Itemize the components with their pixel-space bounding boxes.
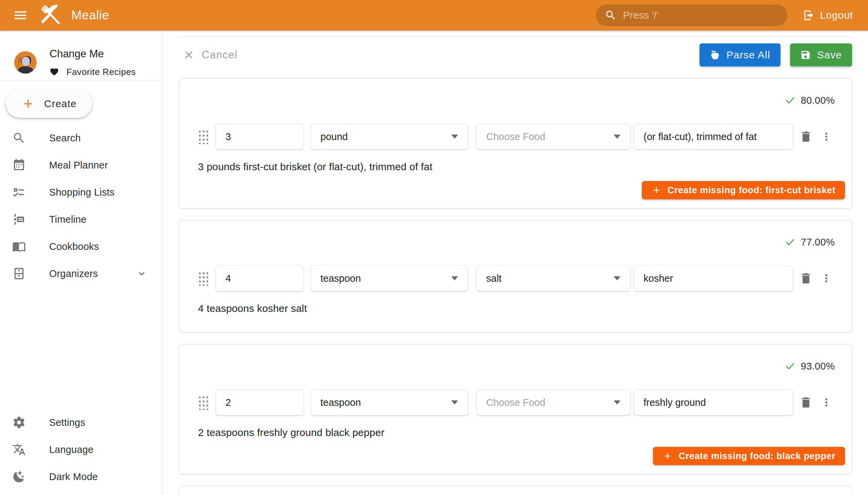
chevron-down-icon [136,268,148,279]
more-menu-button[interactable] [819,127,834,146]
note-input[interactable] [634,266,793,291]
close-icon [183,49,195,61]
sidebar-nav: Search Meal Planner Shopping Lists Timel… [0,118,163,287]
food-select[interactable]: Choose Food [476,390,630,415]
menu-button[interactable] [10,5,31,25]
save-label: Save [817,49,842,61]
sidebar: Change Me Favorite Recipes Create Search… [0,31,163,495]
caret-down-icon [614,276,620,280]
more-menu-button[interactable] [819,269,834,288]
avatar [14,51,37,73]
check-icon [785,95,796,106]
app-logo[interactable] [39,3,64,28]
parse-all-button[interactable]: Parse All [699,44,781,66]
check-icon [785,237,796,248]
parser-toolbar: Cancel Parse All Save [179,44,852,66]
sidebar-item-shopping-lists[interactable]: Shopping Lists [0,179,163,206]
delete-button[interactable] [799,269,813,288]
next-card-partial [179,486,852,494]
search-input[interactable] [623,10,779,21]
cabinet-icon [12,267,26,280]
unit-select[interactable]: pound [310,124,468,150]
hamburger-icon [13,7,28,23]
create-missing-food-button[interactable]: Create missing food: first-cut brisket [642,181,845,199]
confidence-value: 93.00% [801,361,835,372]
search-bar[interactable] [596,4,787,26]
ingredient-fields-row: teaspoon Choose Food [198,390,835,415]
quantity-input[interactable] [216,124,304,150]
favorites-link[interactable]: Favorite Recipes [50,67,136,77]
unit-select[interactable]: teaspoon [310,390,468,415]
sidebar-item-label: Shopping Lists [49,187,115,198]
food-select[interactable]: salt [476,266,630,291]
app-header: Mealie Logout [0,0,868,31]
silverware-icon [39,3,64,28]
sidebar-item-label: Organizers [49,268,98,279]
sidebar-item-cookbooks[interactable]: Cookbooks [0,233,163,260]
plus-icon [651,185,662,195]
note-input[interactable] [634,390,793,415]
favorites-label: Favorite Recipes [66,67,136,77]
drag-handle[interactable] [198,129,208,144]
original-ingredient-text: 4 teaspoons kosher salt [198,302,835,315]
app-title: Mealie [71,8,109,22]
create-missing-food-button[interactable]: Create missing food: black pepper [653,447,845,465]
cancel-label: Cancel [202,49,238,61]
original-ingredient-text: 3 pounds first-cut brisket (or flat-cut)… [198,160,835,174]
caret-down-icon [614,400,620,405]
sidebar-item-timeline[interactable]: Timeline [0,206,163,233]
logout-icon [803,10,814,21]
ingredient-card: 93.00% teaspoon Choose Food 2 teaspoons … [179,344,852,474]
sidebar-item-language[interactable]: Language [0,436,163,463]
sidebar-item-dark-mode[interactable]: Dark Mode [0,463,163,490]
moon-icon [12,470,26,483]
user-name: Change Me [50,48,136,60]
sidebar-item-label: Cookbooks [49,241,99,252]
unit-select[interactable]: teaspoon [310,266,468,291]
main-content: Cancel Parse All Save 80.00% pound [163,31,868,495]
ingredient-card: 77.00% teaspoon salt 4 teaspoons kosher … [179,220,852,332]
confidence-row: 80.00% [198,93,835,107]
sidebar-item-organizers[interactable]: Organizers [0,260,163,287]
create-label: Create [44,98,76,109]
sidebar-item-label: Settings [49,417,85,428]
save-button[interactable]: Save [790,44,852,66]
note-input[interactable] [634,124,793,150]
sidebar-divider [0,81,163,81]
drag-handle[interactable] [198,395,208,410]
logout-button[interactable]: Logout [800,4,856,26]
quantity-input[interactable] [216,266,304,291]
cog-icon [12,416,26,429]
sidebar-item-settings[interactable]: Settings [0,409,163,436]
sidebar-item-meal-planner[interactable]: Meal Planner [0,152,163,179]
food-select[interactable]: Choose Food [476,124,630,150]
confidence-value: 77.00% [801,237,835,248]
content-top-divider [179,37,852,37]
logout-label: Logout [820,10,853,21]
kebab-icon [820,396,832,409]
ingredient-card: 80.00% pound Choose Food 3 pounds first-… [179,78,852,208]
caret-down-icon [451,135,458,139]
magnify-icon [12,131,26,145]
create-missing-food-label: Create missing food: black pepper [679,451,835,461]
more-menu-button[interactable] [819,393,834,412]
drag-handle[interactable] [198,271,208,286]
confidence-row: 77.00% [198,235,835,249]
delete-button[interactable] [799,393,813,412]
ingredient-fields-row: pound Choose Food [198,124,835,150]
sidebar-item-label: Timeline [49,214,86,225]
kebab-icon [820,272,832,285]
apple-icon [710,50,720,61]
create-button[interactable]: Create [5,89,92,118]
user-section[interactable]: Change Me Favorite Recipes [0,31,163,81]
cancel-button[interactable]: Cancel [179,44,242,66]
checklist-icon [12,186,26,199]
sidebar-item-label: Meal Planner [49,160,108,171]
delete-button[interactable] [799,127,813,146]
quantity-input[interactable] [216,390,304,415]
sidebar-item-search[interactable]: Search [0,124,163,152]
ingredient-fields-row: teaspoon salt [198,266,835,291]
calendar-icon [12,158,26,172]
sidebar-item-label: Dark Mode [49,471,98,482]
timeline-icon [12,212,26,226]
